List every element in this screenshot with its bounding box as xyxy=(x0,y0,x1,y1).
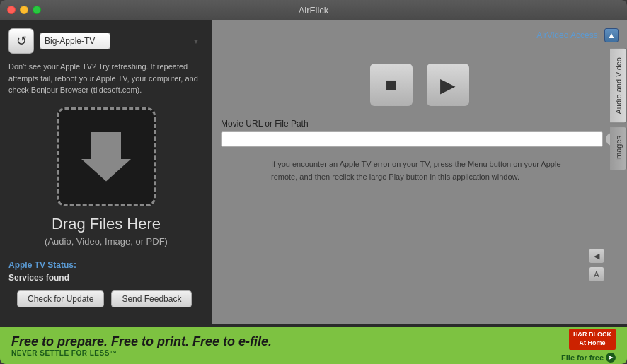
bottom-buttons: Check for Update Send Feedback xyxy=(8,283,204,316)
device-select[interactable]: Big-Apple-TV xyxy=(40,33,110,49)
download-icon xyxy=(81,132,131,182)
main-content: ↺ Big-Apple-TV ▼ Don't see your Apple TV… xyxy=(0,20,627,324)
drag-subtitle: (Audio, Video, Image, or PDF) xyxy=(8,236,204,247)
apple-tv-status-value: Services found xyxy=(8,273,69,283)
ad-text-block: Free to prepare. Free to print. Free to … xyxy=(11,334,561,357)
air-video-toggle-button[interactable]: ▲ xyxy=(604,28,619,42)
minimize-button[interactable] xyxy=(20,6,28,14)
tab-audio-video-label: Audio and Video xyxy=(614,57,623,115)
arrow-icon: ➤ xyxy=(606,353,616,363)
chevron-down-icon: ▼ xyxy=(192,37,200,45)
traffic-lights xyxy=(7,6,41,14)
right-panel: AirVideo Access: ▲ Audio and Video Image… xyxy=(212,20,627,324)
check-update-button[interactable]: Check for Update xyxy=(17,290,104,307)
drop-zone[interactable] xyxy=(57,107,156,206)
left-panel: ↺ Big-Apple-TV ▼ Don't see your Apple TV… xyxy=(0,20,212,324)
ad-right: H&R BLOCK At Home File for free ➤ xyxy=(561,329,616,362)
tab-audio-video[interactable]: Audio and Video xyxy=(610,48,627,124)
ad-banner: Free to prepare. Free to print. Free to … xyxy=(0,327,627,364)
file-link-text: File for free xyxy=(561,353,604,362)
drag-title: Drag Files Here xyxy=(8,215,204,233)
hr-block-line2: At Home xyxy=(579,339,605,346)
info-text: If you encounter an Apple TV error on yo… xyxy=(271,158,568,183)
tab-images-label: Images xyxy=(614,136,623,161)
stop-button[interactable]: ■ xyxy=(369,62,414,107)
maximize-button[interactable] xyxy=(33,6,41,14)
close-button[interactable] xyxy=(7,6,16,14)
ad-main-text: Free to prepare. Free to print. Free to … xyxy=(11,334,561,349)
air-video-label: AirVideo Access: xyxy=(536,30,600,40)
tab-images[interactable]: Images xyxy=(610,127,627,170)
stop-icon: ■ xyxy=(386,74,398,96)
url-input[interactable] xyxy=(221,131,603,147)
url-input-row: ✕ xyxy=(221,131,619,147)
file-for-free-link[interactable]: File for free ➤ xyxy=(561,353,616,363)
small-control-buttons: ◀ A xyxy=(589,248,604,282)
hint-text: Don't see your Apple TV? Try refreshing.… xyxy=(8,61,204,96)
a-button[interactable]: A xyxy=(589,266,604,282)
right-top-row: AirVideo Access: ▲ xyxy=(221,28,619,42)
apple-tv-status-label: Apple TV Status: xyxy=(8,260,76,270)
hr-block-logo: H&R BLOCK At Home xyxy=(569,329,616,349)
rewind-button[interactable]: ◀ xyxy=(589,248,604,264)
ad-sub-text: NEVER SETTLE FOR LESS™ xyxy=(11,349,561,357)
refresh-button[interactable]: ↺ xyxy=(8,28,34,54)
status-section: Apple TV Status: Services found xyxy=(8,251,204,283)
window-title: AirFlick xyxy=(299,5,329,16)
url-label: Movie URL or File Path xyxy=(221,119,619,129)
side-tabs: Audio and Video Images xyxy=(610,48,627,173)
title-bar: AirFlick xyxy=(0,0,627,20)
rewind-icon: ◀ xyxy=(594,252,599,261)
hr-block-line1: H&R BLOCK xyxy=(573,331,611,338)
play-icon: ▶ xyxy=(440,74,456,97)
play-button[interactable]: ▶ xyxy=(425,62,471,107)
player-controls: ■ ▶ xyxy=(221,62,619,107)
device-row: ↺ Big-Apple-TV ▼ xyxy=(8,28,204,54)
device-select-wrapper: Big-Apple-TV ▼ xyxy=(40,33,204,49)
send-feedback-button[interactable]: Send Feedback xyxy=(111,290,192,307)
a-icon: A xyxy=(594,270,599,278)
app-window: AirFlick ↺ Big-Apple-TV ▼ Don't see your… xyxy=(0,0,627,364)
